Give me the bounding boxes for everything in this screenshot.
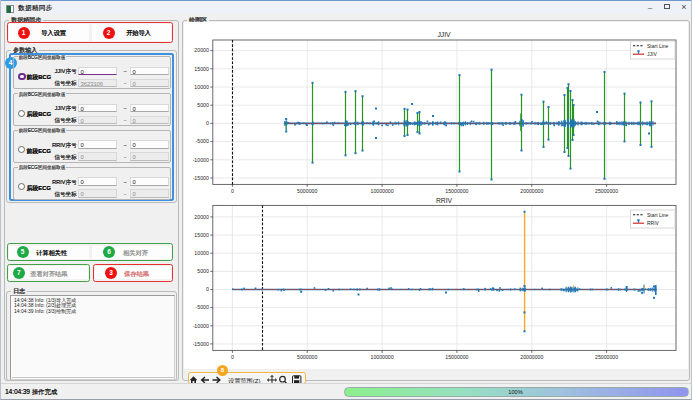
svg-text:15000: 15000 <box>194 66 209 72</box>
svg-text:10000000: 10000000 <box>371 354 394 360</box>
svg-text:0: 0 <box>231 354 234 360</box>
svg-text:0: 0 <box>206 120 209 126</box>
svg-text:-5000: -5000 <box>196 138 209 144</box>
svg-text:RRIV: RRIV <box>647 220 660 226</box>
svg-text:0: 0 <box>206 286 209 292</box>
svg-text:0: 0 <box>231 188 234 194</box>
svg-text:20000000: 20000000 <box>520 354 543 360</box>
svg-text:JJIV: JJIV <box>437 31 451 38</box>
svg-text:5000: 5000 <box>197 102 209 108</box>
svg-text:-15000: -15000 <box>193 341 209 347</box>
svg-text:10000: 10000 <box>194 250 209 256</box>
svg-text:5000: 5000 <box>197 268 209 274</box>
svg-text:-5000: -5000 <box>196 304 209 310</box>
svg-text:Start Line: Start Line <box>647 212 669 218</box>
svg-text:5000000: 5000000 <box>297 188 317 194</box>
svg-text:20000000: 20000000 <box>520 188 543 194</box>
svg-text:10000000: 10000000 <box>371 188 394 194</box>
svg-text:15000000: 15000000 <box>445 188 468 194</box>
svg-text:15000: 15000 <box>194 232 209 238</box>
svg-text:25000000: 25000000 <box>595 188 618 194</box>
svg-text:-15000: -15000 <box>193 175 209 181</box>
svg-text:20000: 20000 <box>194 47 209 53</box>
svg-text:RRIV: RRIV <box>436 197 453 204</box>
svg-text:10000: 10000 <box>194 84 209 90</box>
svg-text:20000: 20000 <box>194 214 209 220</box>
svg-text:-10000: -10000 <box>193 323 209 329</box>
svg-text:-10000: -10000 <box>193 157 209 163</box>
svg-text:5000000: 5000000 <box>297 354 317 360</box>
svg-text:Start Line: Start Line <box>647 43 669 49</box>
svg-text:25000000: 25000000 <box>595 354 618 360</box>
svg-text:15000000: 15000000 <box>445 354 468 360</box>
svg-text:JJIV: JJIV <box>647 51 657 57</box>
